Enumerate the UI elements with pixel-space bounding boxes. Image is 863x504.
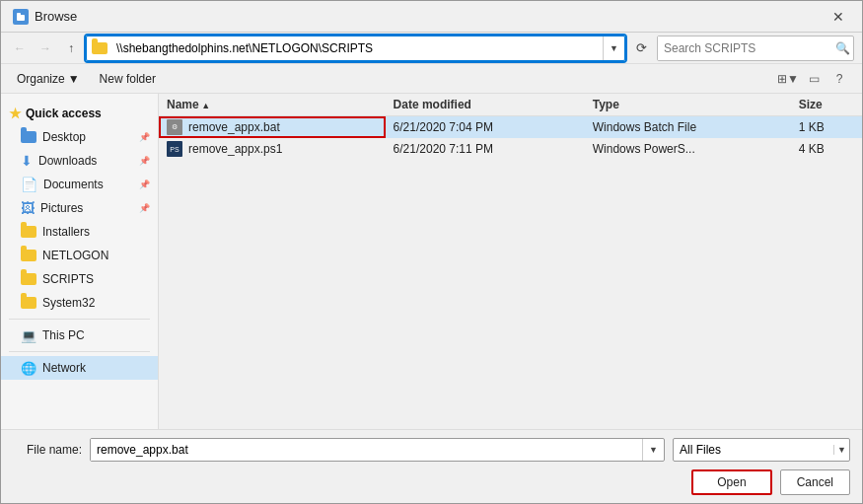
buttons-row: Open Cancel <box>13 469 850 495</box>
close-button[interactable]: ✕ <box>827 7 850 27</box>
file-pane: Name Date modified Type Size ⚙remove_app… <box>159 94 862 429</box>
filename-input-wrap: ▼ <box>90 438 665 462</box>
dialog-icon <box>13 9 29 25</box>
file-table: Name Date modified Type Size ⚙remove_app… <box>159 94 862 160</box>
sidebar-item-pictures[interactable]: 🖼 Pictures 📌 <box>1 196 158 220</box>
pin-icon: 📌 <box>139 156 150 166</box>
bat-file-icon: ⚙ <box>167 119 182 135</box>
content-area: ★ Quick access Desktop 📌 ⬇ Downloads 📌 📄… <box>1 94 862 429</box>
file-date: 6/21/2020 7:04 PM <box>386 116 585 139</box>
new-folder-label: New folder <box>100 72 156 86</box>
sidebar-divider-1 <box>9 319 150 320</box>
sidebar-item-label: Downloads <box>38 154 97 168</box>
svg-rect-1 <box>17 13 21 16</box>
file-name: remove_appx.bat <box>188 120 280 134</box>
scripts-folder-icon <box>21 273 36 285</box>
pin-icon: 📌 <box>139 203 150 213</box>
downloads-icon: ⬇ <box>21 153 33 169</box>
sidebar-item-label: Installers <box>42 225 90 239</box>
sidebar-item-network[interactable]: 🌐 Network <box>1 356 158 380</box>
quick-access-label: Quick access <box>26 107 102 120</box>
column-type[interactable]: Type <box>585 94 791 116</box>
pin-icon: 📌 <box>139 180 150 189</box>
file-size: 1 KB <box>791 116 862 139</box>
sidebar-divider-2 <box>9 351 150 352</box>
organize-button[interactable]: Organize ▼ <box>13 70 84 88</box>
up-button[interactable]: ↑ <box>60 37 82 59</box>
sidebar-item-label: Documents <box>43 178 104 191</box>
filetype-dropdown-button[interactable]: ▼ <box>833 445 849 455</box>
column-date[interactable]: Date modified <box>386 94 585 116</box>
sidebar-item-netlogon[interactable]: NETLOGON <box>1 244 158 267</box>
sidebar-item-label: Network <box>42 361 86 375</box>
filetype-input[interactable] <box>674 443 833 457</box>
help-button[interactable]: ? <box>828 68 850 90</box>
sidebar-item-label: System32 <box>42 296 95 310</box>
address-bar[interactable]: ▼ <box>86 36 625 61</box>
network-icon: 🌐 <box>21 361 36 376</box>
sidebar-item-installers[interactable]: Installers <box>1 220 158 244</box>
dialog-title: Browse <box>35 9 77 24</box>
quick-access-section: ★ Quick access Desktop 📌 ⬇ Downloads 📌 📄… <box>1 102 158 315</box>
desktop-folder-icon <box>21 131 36 143</box>
pictures-icon: 🖼 <box>21 200 35 216</box>
file-name: remove_appx.ps1 <box>188 142 282 156</box>
filename-row: File name: ▼ ▼ <box>13 438 850 462</box>
sidebar-item-label: SCRIPTS <box>42 272 94 286</box>
filename-dropdown-button[interactable]: ▼ <box>642 439 664 461</box>
column-name[interactable]: Name <box>159 94 386 116</box>
sidebar-item-documents[interactable]: 📄 Documents 📌 <box>1 173 158 196</box>
address-toolbar: ← → ↑ ▼ ⟳ 🔍 <box>1 33 862 64</box>
address-dropdown-button[interactable]: ▼ <box>603 36 624 60</box>
file-scroll-area[interactable]: Name Date modified Type Size ⚙remove_app… <box>159 94 862 429</box>
quick-access-header: ★ Quick access <box>1 102 158 125</box>
new-folder-button[interactable]: New folder <box>96 70 160 88</box>
forward-button[interactable]: → <box>35 37 56 59</box>
column-size[interactable]: Size <box>791 94 862 116</box>
installers-folder-icon <box>21 226 36 238</box>
refresh-button[interactable]: ⟳ <box>629 36 653 60</box>
search-input[interactable] <box>658 36 831 60</box>
sidebar-item-label: Pictures <box>40 201 83 215</box>
search-bar: 🔍 <box>657 36 854 61</box>
sidebar-item-desktop[interactable]: Desktop 📌 <box>1 125 158 149</box>
ps1-file-icon: PS <box>167 141 182 157</box>
title-bar-left: Browse <box>13 9 77 25</box>
view-controls: ⊞▼ ▭ ? <box>777 68 850 90</box>
system32-folder-icon <box>21 297 36 309</box>
table-row[interactable]: PSremove_appx.ps16/21/2020 7:11 PMWindow… <box>159 138 862 160</box>
sidebar: ★ Quick access Desktop 📌 ⬇ Downloads 📌 📄… <box>1 94 159 429</box>
sidebar-item-downloads[interactable]: ⬇ Downloads 📌 <box>1 149 158 173</box>
sidebar-item-label: Desktop <box>42 130 86 144</box>
preview-pane-button[interactable]: ▭ <box>803 68 825 90</box>
sidebar-item-this-pc[interactable]: 💻 This PC <box>1 324 158 347</box>
pin-icon: 📌 <box>139 132 150 142</box>
filename-input[interactable] <box>91 439 642 461</box>
filetype-wrap: ▼ <box>673 438 850 462</box>
search-button[interactable]: 🔍 <box>831 36 853 60</box>
open-button[interactable]: Open <box>691 469 771 495</box>
cancel-button[interactable]: Cancel <box>780 469 850 495</box>
documents-icon: 📄 <box>21 177 37 192</box>
table-row[interactable]: ⚙remove_appx.bat6/21/2020 7:04 PMWindows… <box>159 116 862 139</box>
file-date: 6/21/2020 7:11 PM <box>386 138 585 160</box>
filename-label: File name: <box>13 443 82 457</box>
organize-label: Organize <box>17 72 65 86</box>
action-bar: Organize ▼ New folder ⊞▼ ▭ ? <box>1 64 862 94</box>
sidebar-item-label: NETLOGON <box>42 249 108 262</box>
file-size: 4 KB <box>791 138 862 160</box>
sidebar-item-scripts[interactable]: SCRIPTS <box>1 267 158 291</box>
organize-chevron-icon: ▼ <box>68 72 80 86</box>
this-pc-icon: 💻 <box>21 328 36 343</box>
address-input[interactable] <box>112 36 603 60</box>
file-type: Windows Batch File <box>585 116 791 139</box>
netlogon-folder-icon <box>21 250 36 261</box>
sidebar-item-label: This PC <box>42 328 85 342</box>
sidebar-item-system32[interactable]: System32 <box>1 291 158 315</box>
back-button[interactable]: ← <box>9 37 31 59</box>
title-bar: Browse ✕ <box>1 1 862 33</box>
browse-dialog: Browse ✕ ← → ↑ ▼ ⟳ 🔍 Organize ▼ New fold… <box>0 0 863 504</box>
file-type: Windows PowerS... <box>585 138 791 160</box>
view-toggle-button[interactable]: ⊞▼ <box>777 68 799 90</box>
bottom-area: File name: ▼ ▼ Open Cancel <box>1 429 862 503</box>
